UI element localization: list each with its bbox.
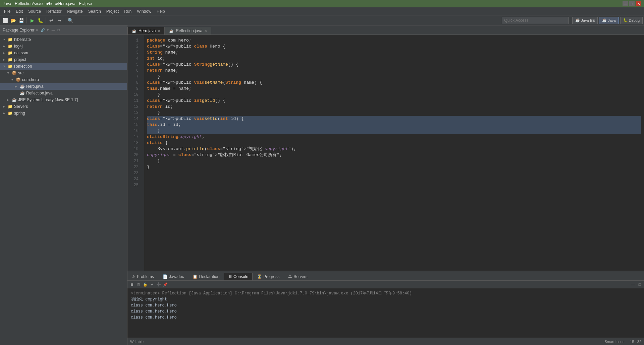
new-button[interactable]: ⬜ xyxy=(1,17,9,24)
collapse-all-button[interactable]: ≡ xyxy=(35,27,40,33)
clear-console-button[interactable]: 🗑 xyxy=(136,281,142,287)
menu-item-window[interactable]: Window xyxy=(134,8,154,14)
tree-item[interactable]: ▶📁Servers xyxy=(0,103,127,110)
bottom-tab-progress[interactable]: ⏳ Progress xyxy=(253,273,284,280)
line-number: 1 xyxy=(127,38,141,44)
bottom-panel: ⚠ Problems📄 Javadoc📋 Declaration🖥 Consol… xyxy=(127,271,644,338)
bottom-tab-javadoc[interactable]: 📄 Javadoc xyxy=(158,273,189,280)
java-ee-perspective[interactable]: ☕ Java EE xyxy=(572,17,598,24)
tree-icon: ☕ xyxy=(19,84,25,89)
java-ee-icon: ☕ xyxy=(575,18,580,22)
bottom-tab-problems[interactable]: ⚠ Problems xyxy=(127,273,158,280)
code-editor[interactable]: 1234567891011121314151617181920212223242… xyxy=(127,35,644,271)
tree-arrow-icon: ▼ xyxy=(3,38,7,41)
editor-tab-Hero-java[interactable]: ☕Hero.java✕ xyxy=(127,27,165,34)
tree-item[interactable]: ▼📁hibernate xyxy=(0,36,127,43)
line-number: 11 xyxy=(127,98,141,104)
link-with-editor-button[interactable]: 🔗 xyxy=(40,27,45,33)
line-number: 6 xyxy=(127,68,141,74)
console-output: <terminated> Reflection [Java Applicatio… xyxy=(127,288,644,338)
bottom-tab-icon: ⚠ xyxy=(132,274,136,279)
view-menu-button[interactable]: ▾ xyxy=(45,27,51,33)
console-minimize[interactable]: — xyxy=(630,281,636,287)
line-number: 16 xyxy=(127,128,141,134)
bottom-tab-console[interactable]: 🖥 Console xyxy=(224,273,253,280)
sidebar-header: Package Explorer ≡ 🔗 ▾ — □ xyxy=(0,25,127,35)
code-line: } xyxy=(147,92,641,98)
menu-item-navigate[interactable]: Navigate xyxy=(64,8,85,14)
open-button[interactable]: 📂 xyxy=(9,17,17,24)
close-button[interactable]: ✕ xyxy=(636,1,641,6)
tab-close-button[interactable]: ✕ xyxy=(158,29,160,33)
maximize-view-button[interactable]: □ xyxy=(56,27,61,33)
package-tree: ▼📁hibernate▶📁log4j▶📁oa_ssm▶📁project▼📁Ref… xyxy=(0,35,127,345)
debug-perspective[interactable]: 🐛 Debug xyxy=(620,17,643,24)
bottom-tab-icon: 🖧 xyxy=(288,274,292,279)
code-line: } xyxy=(147,158,641,164)
tree-item[interactable]: ▼📦com.hero xyxy=(0,76,127,83)
save-button[interactable]: 💾 xyxy=(17,17,25,24)
java-perspective[interactable]: ☕ Java xyxy=(599,17,619,24)
code-line: static { xyxy=(147,140,641,146)
menu-item-source[interactable]: Source xyxy=(25,8,44,14)
terminate-button[interactable]: ⏹ xyxy=(129,281,135,287)
separator-3 xyxy=(65,17,65,23)
console-word-wrap[interactable]: ↵ xyxy=(149,281,155,287)
minimize-view-button[interactable]: — xyxy=(51,27,56,33)
tree-icon: 📁 xyxy=(7,37,13,42)
menu-item-run[interactable]: Run xyxy=(121,8,134,14)
menu-item-edit[interactable]: Edit xyxy=(13,8,25,14)
tree-item[interactable]: ☕Reflection.java xyxy=(0,90,127,96)
tree-item[interactable]: ▶☕Hero.java xyxy=(0,83,127,90)
status-bar-right: Smart Insert 15 : 32 xyxy=(604,340,641,344)
minimize-button[interactable]: — xyxy=(623,1,628,6)
bottom-tab-label: Servers xyxy=(293,274,307,279)
run-button[interactable]: ▶ xyxy=(29,17,36,24)
menu-item-refactor[interactable]: Refactor xyxy=(44,8,64,14)
tree-icon: 📦 xyxy=(11,70,17,76)
console-toolbar: ⏹ 🗑 🔒 ↵ ➕ 📌 — □ xyxy=(127,281,644,288)
console-scroll-lock[interactable]: 🔒 xyxy=(142,281,148,287)
tree-item[interactable]: ▼📦src xyxy=(0,70,127,76)
writable-status: Writable xyxy=(130,340,144,344)
tab-java-icon: ☕ xyxy=(169,29,174,33)
menu-item-help[interactable]: Help xyxy=(154,8,168,14)
bottom-tab-declaration[interactable]: 📋 Declaration xyxy=(188,273,224,280)
tree-item[interactable]: ▶📁log4j xyxy=(0,43,127,50)
tree-item[interactable]: ▶📁oa_ssm xyxy=(0,50,127,56)
undo-button[interactable]: ↩ xyxy=(48,17,55,24)
quick-access-input[interactable] xyxy=(502,17,569,24)
open-console-button[interactable]: ➕ xyxy=(156,281,162,287)
bottom-tab-servers[interactable]: 🖧 Servers xyxy=(284,273,312,280)
sidebar: Package Explorer ≡ 🔗 ▾ — □ ▼📁hibernate▶📁… xyxy=(0,25,127,345)
line-number: 8 xyxy=(127,80,141,86)
debug-button[interactable]: 🐛 xyxy=(37,17,44,24)
code-line: return name; xyxy=(147,68,641,74)
tree-icon: ☕ xyxy=(19,90,25,96)
tree-icon: 📁 xyxy=(7,50,13,56)
menu-item-project[interactable]: Project xyxy=(104,8,121,14)
tree-label: oa_ssm xyxy=(14,51,28,55)
menu-item-file[interactable]: File xyxy=(1,8,13,14)
tree-label: com.hero xyxy=(22,77,39,82)
menu-item-search[interactable]: Search xyxy=(86,8,104,14)
code-content[interactable]: package com.hero; class="kw">public clas… xyxy=(144,35,644,271)
tree-item[interactable]: ▶📁project xyxy=(0,56,127,63)
console-output-line: class com.hero.Hero xyxy=(131,315,641,321)
code-line: this.id = id; xyxy=(147,122,641,128)
tree-item[interactable]: ▶📁spring xyxy=(0,110,127,117)
tab-close-button[interactable]: ✕ xyxy=(204,29,207,33)
line-number: 12 xyxy=(127,104,141,110)
pin-console-button[interactable]: 📌 xyxy=(162,281,168,287)
status-bar: Writable Smart Insert 15 : 32 xyxy=(127,338,644,345)
code-line: } xyxy=(147,74,641,80)
tree-item[interactable]: ▶☕JRE System Library [JavaSE-1.7] xyxy=(0,96,127,103)
title-text: Java - Reflection/src/com/hero/Hero.java… xyxy=(3,1,92,6)
search-button[interactable]: 🔍 xyxy=(67,17,74,24)
editor-tab-Reflection-java[interactable]: ☕Reflection.java✕ xyxy=(165,27,211,34)
tree-item[interactable]: ▼📁Reflection xyxy=(0,63,127,70)
java-icon: ☕ xyxy=(602,18,607,22)
console-maximize[interactable]: □ xyxy=(637,281,643,287)
maximize-button[interactable]: □ xyxy=(629,1,635,6)
redo-button[interactable]: ↪ xyxy=(56,17,63,24)
